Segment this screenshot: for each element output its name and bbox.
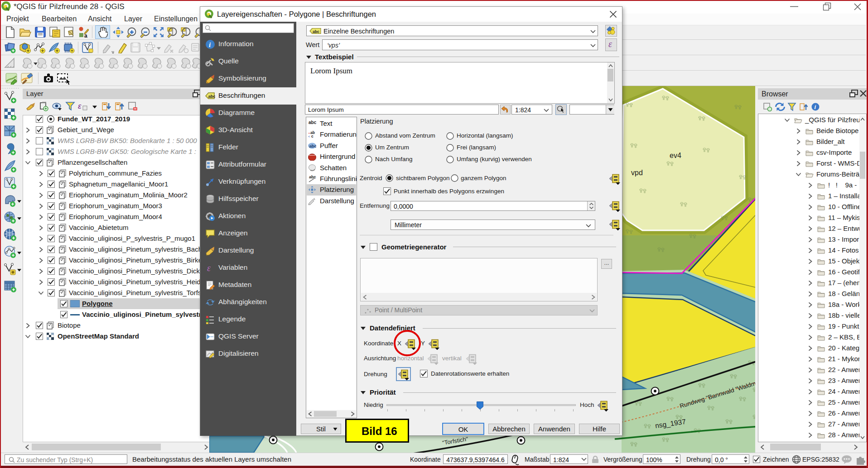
svg-text:abc: abc — [313, 29, 319, 34]
svg-text:abc: abc — [309, 120, 316, 125]
svg-text:i: i — [815, 104, 816, 110]
svg-text:abc: abc — [309, 175, 316, 179]
svg-text:<: < — [308, 134, 310, 138]
svg-text:abc: abc — [309, 143, 317, 148]
svg-text:abc: abc — [208, 94, 216, 99]
svg-text:ev4: ev4 — [670, 152, 681, 159]
svg-text:c: c — [311, 134, 313, 138]
svg-text:vpd: vpd — [631, 169, 643, 177]
svg-text:ε: ε — [78, 102, 82, 110]
svg-text:ε: ε — [207, 263, 211, 273]
svg-text:a: a — [84, 33, 87, 38]
